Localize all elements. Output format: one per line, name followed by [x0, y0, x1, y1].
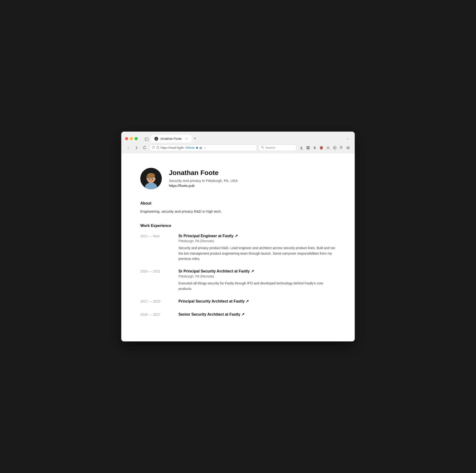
svg-point-26: [152, 178, 153, 180]
work-details: Senior Security Architect at Fastly ↗: [178, 312, 336, 318]
svg-rect-7: [306, 148, 308, 149]
extension-icons: S U: [299, 145, 351, 151]
svg-rect-2: [157, 147, 159, 149]
browser-chrome: ▲ Jonathan Foote × + ⌄: [121, 132, 355, 154]
avatar: [140, 168, 162, 189]
work-description: Executed all-things-security for Fastly …: [178, 281, 336, 291]
sidebar-toggle-button[interactable]: [143, 136, 150, 143]
work-title[interactable]: Sr Principal Engineer at Fastly ↗: [178, 234, 336, 238]
work-title[interactable]: Senior Security Architect at Fastly ↗: [178, 312, 336, 317]
work-title[interactable]: Sr Principal Security Architect at Fastl…: [178, 269, 336, 273]
svg-point-24: [154, 178, 155, 180]
play-icon[interactable]: [332, 145, 338, 151]
work-title[interactable]: Principal Security Architect at Fastly ↗: [178, 299, 336, 304]
work-details: Principal Security Architect at Fastly ↗: [178, 299, 336, 305]
svg-line-4: [263, 148, 264, 149]
svg-marker-12: [334, 147, 336, 148]
about-section-body: Engineering, security and privacy R&D in…: [140, 209, 336, 214]
work-date: 2021 — Now: [140, 234, 178, 261]
url-text: https://read-5g9n: [161, 146, 184, 149]
download-icon[interactable]: [299, 145, 304, 151]
profile-name: Jonathan Foote: [169, 169, 238, 177]
shield-ext-icon[interactable]: U: [319, 145, 324, 151]
svg-rect-6: [308, 146, 309, 147]
search-bar[interactable]: Search: [258, 145, 297, 151]
lock-icon: [156, 146, 159, 150]
browser-window: ▲ Jonathan Foote × + ⌄: [121, 132, 355, 341]
profile-website[interactable]: https://foote.pub: [169, 183, 238, 188]
title-bar: ▲ Jonathan Foote × + ⌄: [121, 132, 355, 143]
work-details: Sr Principal Engineer at Fastly ↗Pittsbu…: [178, 234, 336, 261]
minimize-traffic-light[interactable]: [130, 137, 133, 140]
shield-icon: [152, 146, 155, 150]
profile-header: Jonathan Foote Security and privacy in P…: [140, 168, 336, 189]
work-entries: 2021 — NowSr Principal Engineer at Fastl…: [140, 234, 336, 318]
work-section-title: Work Experience: [140, 224, 336, 228]
work-location: Pittsburgh, PA (Remote): [178, 274, 336, 278]
work-date: 2020 — 2021: [140, 269, 178, 291]
tab-collapse-button[interactable]: ⌄: [344, 135, 351, 142]
work-experience-section: Work Experience 2021 — NowSr Principal E…: [140, 224, 336, 318]
work-entry: 2016 — 2017Senior Security Architect at …: [140, 312, 336, 318]
back-button[interactable]: [125, 145, 132, 151]
svg-rect-0: [145, 138, 148, 141]
tab-bar: ▲ Jonathan Foote × +: [143, 135, 342, 143]
page-content: Jonathan Foote Security and privacy in P…: [121, 154, 355, 341]
new-tab-button[interactable]: +: [191, 135, 198, 142]
puzzle-icon[interactable]: [339, 145, 344, 151]
tab-close-button[interactable]: ×: [184, 137, 188, 141]
bookmark-star-icon[interactable]: ☆: [204, 146, 207, 150]
reload-button[interactable]: [141, 145, 148, 151]
svg-point-25: [149, 178, 151, 180]
tab-favicon: ▲: [154, 137, 158, 141]
work-location: Pittsburgh, PA (Remote): [178, 239, 336, 243]
profile-info: Jonathan Foote Security and privacy in P…: [169, 168, 238, 188]
profile-location: Security and privacy in Pittsburgh, PA, …: [169, 179, 238, 183]
svg-text:U: U: [321, 147, 322, 149]
menu-icon[interactable]: [345, 145, 351, 151]
work-description: Security and privacy product R&D. Lead e…: [178, 245, 336, 261]
apps-icon[interactable]: [305, 145, 311, 151]
search-placeholder: Search: [265, 146, 275, 149]
traffic-lights: [125, 137, 138, 140]
scribd-icon[interactable]: S: [312, 145, 318, 151]
close-traffic-light[interactable]: [125, 137, 128, 140]
work-details: Sr Principal Security Architect at Fastl…: [178, 269, 336, 291]
svg-point-22: [148, 173, 154, 177]
work-date: 2017 — 2020: [140, 299, 178, 305]
forward-button[interactable]: [133, 145, 140, 151]
work-entry: 2021 — NowSr Principal Engineer at Fastl…: [140, 234, 336, 261]
work-entry: 2020 — 2021Sr Principal Security Archite…: [140, 269, 336, 291]
tab-title: Jonathan Foote: [160, 137, 182, 140]
search-icon: [261, 146, 264, 149]
work-date: 2016 — 2017: [140, 312, 178, 318]
address-bar[interactable]: https://read-5g9n Github ⊞ ☆: [149, 145, 257, 151]
about-section-title: About: [140, 201, 336, 205]
svg-point-10: [328, 147, 329, 148]
svg-rect-5: [306, 146, 308, 147]
svg-rect-8: [308, 148, 309, 149]
active-tab[interactable]: ▲ Jonathan Foote ×: [151, 135, 191, 143]
svg-point-23: [147, 178, 148, 180]
toolbar: https://read-5g9n Github ⊞ ☆ Search: [121, 143, 355, 154]
maximize-traffic-light[interactable]: [135, 137, 138, 140]
work-entry: 2017 — 2020Principal Security Architect …: [140, 299, 336, 305]
live-indicator: [196, 147, 198, 149]
about-section: About Engineering, security and privacy …: [140, 201, 336, 214]
github-badge[interactable]: Github: [185, 146, 194, 149]
account-icon[interactable]: [325, 145, 331, 151]
grid-icon[interactable]: ⊞: [199, 146, 202, 150]
